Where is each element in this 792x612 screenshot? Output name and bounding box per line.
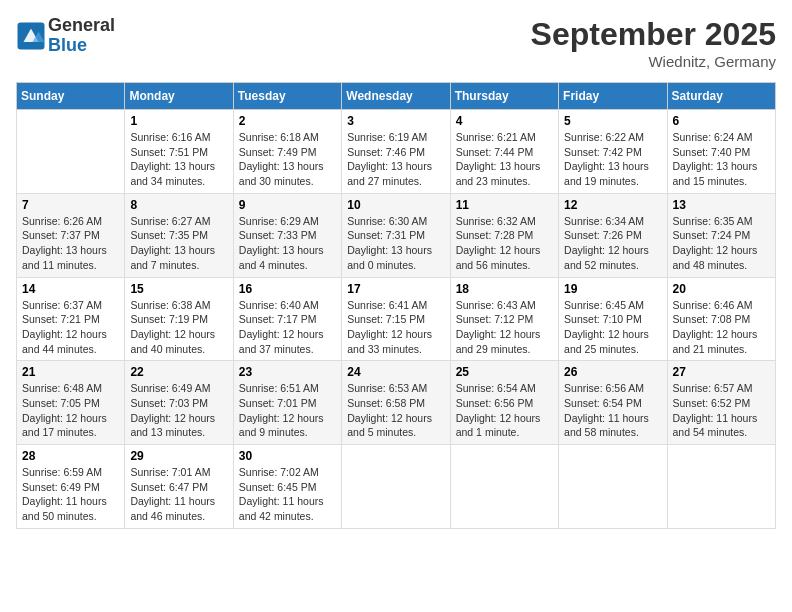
logo: General Blue <box>16 16 115 56</box>
calendar-cell: 18Sunrise: 6:43 AMSunset: 7:12 PMDayligh… <box>450 277 558 361</box>
calendar-table: SundayMondayTuesdayWednesdayThursdayFrid… <box>16 82 776 529</box>
calendar-cell: 10Sunrise: 6:30 AMSunset: 7:31 PMDayligh… <box>342 193 450 277</box>
day-number: 23 <box>239 365 336 379</box>
calendar-cell: 15Sunrise: 6:38 AMSunset: 7:19 PMDayligh… <box>125 277 233 361</box>
day-info: Sunrise: 6:16 AMSunset: 7:51 PMDaylight:… <box>130 130 227 189</box>
calendar-cell: 21Sunrise: 6:48 AMSunset: 7:05 PMDayligh… <box>17 361 125 445</box>
day-number: 27 <box>673 365 770 379</box>
calendar-cell: 25Sunrise: 6:54 AMSunset: 6:56 PMDayligh… <box>450 361 558 445</box>
calendar-cell: 16Sunrise: 6:40 AMSunset: 7:17 PMDayligh… <box>233 277 341 361</box>
day-number: 29 <box>130 449 227 463</box>
day-number: 5 <box>564 114 661 128</box>
calendar-week-2: 7Sunrise: 6:26 AMSunset: 7:37 PMDaylight… <box>17 193 776 277</box>
day-number: 26 <box>564 365 661 379</box>
day-number: 2 <box>239 114 336 128</box>
day-info: Sunrise: 7:01 AMSunset: 6:47 PMDaylight:… <box>130 465 227 524</box>
day-number: 10 <box>347 198 444 212</box>
day-number: 25 <box>456 365 553 379</box>
day-info: Sunrise: 6:57 AMSunset: 6:52 PMDaylight:… <box>673 381 770 440</box>
day-info: Sunrise: 6:51 AMSunset: 7:01 PMDaylight:… <box>239 381 336 440</box>
calendar-header-row: SundayMondayTuesdayWednesdayThursdayFrid… <box>17 83 776 110</box>
calendar-cell <box>667 445 775 529</box>
day-info: Sunrise: 6:59 AMSunset: 6:49 PMDaylight:… <box>22 465 119 524</box>
day-number: 12 <box>564 198 661 212</box>
calendar-cell: 17Sunrise: 6:41 AMSunset: 7:15 PMDayligh… <box>342 277 450 361</box>
day-number: 28 <box>22 449 119 463</box>
day-info: Sunrise: 6:40 AMSunset: 7:17 PMDaylight:… <box>239 298 336 357</box>
day-header-monday: Monday <box>125 83 233 110</box>
calendar-week-1: 1Sunrise: 6:16 AMSunset: 7:51 PMDaylight… <box>17 110 776 194</box>
calendar-cell: 13Sunrise: 6:35 AMSunset: 7:24 PMDayligh… <box>667 193 775 277</box>
calendar-cell: 29Sunrise: 7:01 AMSunset: 6:47 PMDayligh… <box>125 445 233 529</box>
day-number: 4 <box>456 114 553 128</box>
day-number: 20 <box>673 282 770 296</box>
calendar-cell: 4Sunrise: 6:21 AMSunset: 7:44 PMDaylight… <box>450 110 558 194</box>
day-header-wednesday: Wednesday <box>342 83 450 110</box>
day-info: Sunrise: 6:53 AMSunset: 6:58 PMDaylight:… <box>347 381 444 440</box>
calendar-cell: 19Sunrise: 6:45 AMSunset: 7:10 PMDayligh… <box>559 277 667 361</box>
calendar-cell: 2Sunrise: 6:18 AMSunset: 7:49 PMDaylight… <box>233 110 341 194</box>
day-number: 8 <box>130 198 227 212</box>
day-number: 17 <box>347 282 444 296</box>
logo-icon <box>16 21 46 51</box>
day-number: 14 <box>22 282 119 296</box>
logo-blue: Blue <box>48 36 115 56</box>
day-info: Sunrise: 6:45 AMSunset: 7:10 PMDaylight:… <box>564 298 661 357</box>
title-block: September 2025 Wiednitz, Germany <box>531 16 776 70</box>
month-title: September 2025 <box>531 16 776 53</box>
day-header-thursday: Thursday <box>450 83 558 110</box>
day-info: Sunrise: 6:26 AMSunset: 7:37 PMDaylight:… <box>22 214 119 273</box>
day-number: 24 <box>347 365 444 379</box>
day-info: Sunrise: 6:37 AMSunset: 7:21 PMDaylight:… <box>22 298 119 357</box>
day-number: 7 <box>22 198 119 212</box>
day-number: 15 <box>130 282 227 296</box>
day-number: 9 <box>239 198 336 212</box>
day-info: Sunrise: 6:34 AMSunset: 7:26 PMDaylight:… <box>564 214 661 273</box>
location: Wiednitz, Germany <box>531 53 776 70</box>
day-number: 30 <box>239 449 336 463</box>
calendar-week-4: 21Sunrise: 6:48 AMSunset: 7:05 PMDayligh… <box>17 361 776 445</box>
calendar-cell: 3Sunrise: 6:19 AMSunset: 7:46 PMDaylight… <box>342 110 450 194</box>
day-number: 3 <box>347 114 444 128</box>
calendar-cell <box>342 445 450 529</box>
logo-general: General <box>48 16 115 36</box>
day-number: 19 <box>564 282 661 296</box>
calendar-cell: 30Sunrise: 7:02 AMSunset: 6:45 PMDayligh… <box>233 445 341 529</box>
calendar-cell <box>17 110 125 194</box>
day-info: Sunrise: 6:27 AMSunset: 7:35 PMDaylight:… <box>130 214 227 273</box>
day-info: Sunrise: 6:46 AMSunset: 7:08 PMDaylight:… <box>673 298 770 357</box>
calendar-week-5: 28Sunrise: 6:59 AMSunset: 6:49 PMDayligh… <box>17 445 776 529</box>
day-number: 13 <box>673 198 770 212</box>
day-info: Sunrise: 6:41 AMSunset: 7:15 PMDaylight:… <box>347 298 444 357</box>
day-header-sunday: Sunday <box>17 83 125 110</box>
day-info: Sunrise: 6:24 AMSunset: 7:40 PMDaylight:… <box>673 130 770 189</box>
calendar-cell: 12Sunrise: 6:34 AMSunset: 7:26 PMDayligh… <box>559 193 667 277</box>
calendar-cell: 26Sunrise: 6:56 AMSunset: 6:54 PMDayligh… <box>559 361 667 445</box>
day-info: Sunrise: 6:38 AMSunset: 7:19 PMDaylight:… <box>130 298 227 357</box>
day-info: Sunrise: 7:02 AMSunset: 6:45 PMDaylight:… <box>239 465 336 524</box>
calendar-cell: 14Sunrise: 6:37 AMSunset: 7:21 PMDayligh… <box>17 277 125 361</box>
day-header-friday: Friday <box>559 83 667 110</box>
calendar-cell: 24Sunrise: 6:53 AMSunset: 6:58 PMDayligh… <box>342 361 450 445</box>
day-number: 11 <box>456 198 553 212</box>
day-info: Sunrise: 6:54 AMSunset: 6:56 PMDaylight:… <box>456 381 553 440</box>
day-number: 6 <box>673 114 770 128</box>
day-info: Sunrise: 6:48 AMSunset: 7:05 PMDaylight:… <box>22 381 119 440</box>
calendar-week-3: 14Sunrise: 6:37 AMSunset: 7:21 PMDayligh… <box>17 277 776 361</box>
calendar-cell: 9Sunrise: 6:29 AMSunset: 7:33 PMDaylight… <box>233 193 341 277</box>
calendar-cell: 28Sunrise: 6:59 AMSunset: 6:49 PMDayligh… <box>17 445 125 529</box>
day-number: 21 <box>22 365 119 379</box>
page-header: General Blue September 2025 Wiednitz, Ge… <box>16 16 776 70</box>
calendar-cell: 7Sunrise: 6:26 AMSunset: 7:37 PMDaylight… <box>17 193 125 277</box>
day-number: 16 <box>239 282 336 296</box>
day-info: Sunrise: 6:56 AMSunset: 6:54 PMDaylight:… <box>564 381 661 440</box>
day-info: Sunrise: 6:29 AMSunset: 7:33 PMDaylight:… <box>239 214 336 273</box>
calendar-cell <box>450 445 558 529</box>
day-header-saturday: Saturday <box>667 83 775 110</box>
calendar-cell: 27Sunrise: 6:57 AMSunset: 6:52 PMDayligh… <box>667 361 775 445</box>
calendar-cell <box>559 445 667 529</box>
calendar-cell: 5Sunrise: 6:22 AMSunset: 7:42 PMDaylight… <box>559 110 667 194</box>
day-number: 22 <box>130 365 227 379</box>
calendar-cell: 23Sunrise: 6:51 AMSunset: 7:01 PMDayligh… <box>233 361 341 445</box>
day-info: Sunrise: 6:43 AMSunset: 7:12 PMDaylight:… <box>456 298 553 357</box>
